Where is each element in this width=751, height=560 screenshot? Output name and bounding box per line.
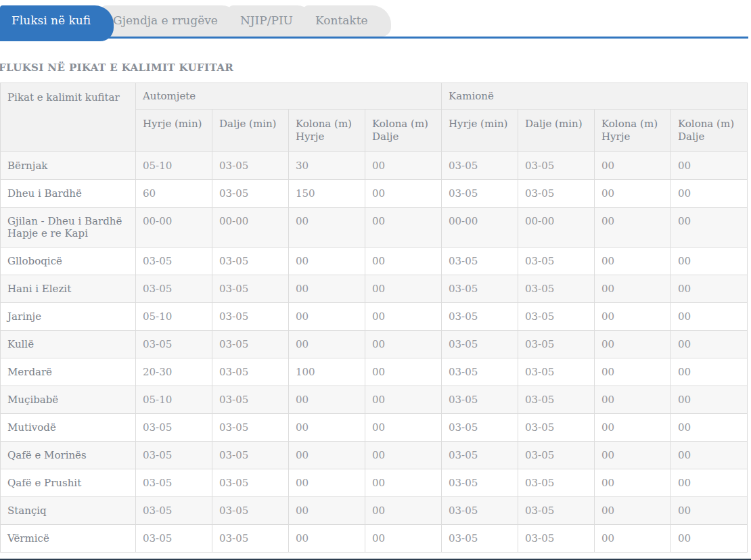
value-cell: 03-05 <box>212 152 289 180</box>
group-header-automjete: Automjete <box>136 83 442 110</box>
value-cell: 03-05 <box>442 303 518 331</box>
crossing-point-name: Muçibabë <box>1 386 136 414</box>
table-row: Muçibabë05-1003-05000003-0503-050000 <box>1 386 748 414</box>
value-cell: 03-05 <box>518 469 595 497</box>
value-cell: 03-05 <box>212 303 289 331</box>
value-cell: 00 <box>365 442 442 469</box>
value-cell: 03-05 <box>136 469 212 497</box>
table-row: Stançiq03-0503-05000003-0503-050000 <box>1 497 748 525</box>
value-cell: 03-05 <box>136 248 212 275</box>
value-cell: 00 <box>289 331 365 358</box>
value-cell: 03-05 <box>442 152 518 180</box>
value-cell: 00 <box>671 497 748 525</box>
value-cell: 03-05 <box>442 497 518 525</box>
table-body: Bërnjak05-1003-05300003-0503-050000Dheu … <box>1 152 748 553</box>
crossing-point-name: Jarinje <box>1 303 136 331</box>
value-cell: 00 <box>595 303 671 331</box>
value-cell: 100 <box>289 358 365 386</box>
value-cell: 03-05 <box>136 497 212 525</box>
value-cell: 00 <box>595 152 671 180</box>
value-cell: 00 <box>365 303 442 331</box>
value-cell: 00 <box>671 275 748 303</box>
value-cell: 03-05 <box>136 331 212 358</box>
value-cell: 05-10 <box>136 303 212 331</box>
value-cell: 00 <box>595 358 671 386</box>
value-cell: 00 <box>671 180 748 208</box>
value-cell: 00 <box>671 358 748 386</box>
value-cell: 00-00 <box>442 208 518 248</box>
value-cell: 60 <box>136 180 212 208</box>
value-cell: 00 <box>289 469 365 497</box>
value-cell: 00 <box>671 331 748 358</box>
value-cell: 03-05 <box>442 275 518 303</box>
value-cell: 03-05 <box>518 152 595 180</box>
value-cell: 03-05 <box>518 442 595 469</box>
tab-fluksi-ne-kufi[interactable]: Fluksi në kufi <box>0 5 114 41</box>
value-cell: 00 <box>671 525 748 553</box>
value-cell: 03-05 <box>442 358 518 386</box>
table-row: Mutivodë03-0503-05000003-0503-050000 <box>1 414 748 442</box>
value-cell: 00 <box>289 303 365 331</box>
group-header-kamione: Kamionë <box>442 83 748 110</box>
value-cell: 03-05 <box>136 275 212 303</box>
crossing-point-name: Vërmicë <box>1 525 136 553</box>
value-cell: 00-00 <box>136 208 212 248</box>
crossing-point-name: Dheu i Bardhë <box>1 180 136 208</box>
value-cell: 03-05 <box>136 442 212 469</box>
value-cell: 00 <box>365 469 442 497</box>
crossing-point-name: Qafë e Morinës <box>1 442 136 469</box>
tab-njip-piu[interactable]: NJIP/PIU <box>229 5 316 37</box>
value-cell: 00 <box>595 180 671 208</box>
value-cell: 03-05 <box>518 414 595 442</box>
page-title: FLUKSI NË PIKAT E KALIMIT KUFITAR <box>0 62 751 74</box>
value-cell: 03-05 <box>518 180 595 208</box>
corner-header: Pikat e kalimit kufitar <box>1 83 136 152</box>
value-cell: 00 <box>595 442 671 469</box>
value-cell: 00 <box>365 358 442 386</box>
table-row: Gjilan - Dheu i Bardhë Hapje e re Kapi00… <box>1 208 748 248</box>
value-cell: 00 <box>595 331 671 358</box>
value-cell: 00 <box>671 152 748 180</box>
value-cell: 03-05 <box>212 275 289 303</box>
value-cell: 00 <box>289 248 365 275</box>
crossing-point-name: Kullë <box>1 331 136 358</box>
value-cell: 03-05 <box>442 414 518 442</box>
value-cell: 03-05 <box>518 358 595 386</box>
table-row: Qafë e Morinës03-0503-05000003-0503-0500… <box>1 442 748 469</box>
value-cell: 150 <box>289 180 365 208</box>
value-cell: 00 <box>289 442 365 469</box>
subheader-automjete-kolona-hyrje: Kolona (m) Hyrje <box>289 110 365 152</box>
value-cell: 03-05 <box>518 303 595 331</box>
crossing-point-name: Mutivodë <box>1 414 136 442</box>
table-row: Vërmicë03-0503-05000003-0503-050000 <box>1 525 748 553</box>
value-cell: 00 <box>671 303 748 331</box>
value-cell: 03-05 <box>442 248 518 275</box>
value-cell: 03-05 <box>212 358 289 386</box>
tab-kontakte[interactable]: Kontakte <box>304 5 391 37</box>
tab-bar: Fluksi në kufi Gjendja e rrugëve NJIP/PI… <box>0 0 748 41</box>
value-cell: 00 <box>365 275 442 303</box>
value-cell: 03-05 <box>518 525 595 553</box>
value-cell: 00 <box>365 414 442 442</box>
crossing-point-name: Glloboqicë <box>1 248 136 275</box>
crossing-point-name: Gjilan - Dheu i Bardhë Hapje e re Kapi <box>1 208 136 248</box>
value-cell: 03-05 <box>518 275 595 303</box>
value-cell: 03-05 <box>442 469 518 497</box>
value-cell: 00 <box>595 414 671 442</box>
table-row: Dheu i Bardhë6003-051500003-0503-050000 <box>1 180 748 208</box>
value-cell: 00 <box>365 180 442 208</box>
value-cell: 00 <box>289 525 365 553</box>
value-cell: 03-05 <box>136 414 212 442</box>
value-cell: 00 <box>365 497 442 525</box>
value-cell: 03-05 <box>212 386 289 414</box>
subheader-kamione-hyrje: Hyrje (min) <box>442 110 518 152</box>
tab-gjendja-e-rrugeve[interactable]: Gjendja e rrugëve <box>101 5 241 37</box>
value-cell: 00-00 <box>518 208 595 248</box>
value-cell: 00 <box>365 525 442 553</box>
table-row: Hani i Elezit03-0503-05000003-0503-05000… <box>1 275 748 303</box>
value-cell: 00 <box>671 469 748 497</box>
value-cell: 03-05 <box>212 414 289 442</box>
value-cell: 03-05 <box>442 386 518 414</box>
crossing-point-name: Stançiq <box>1 497 136 525</box>
value-cell: 00 <box>365 331 442 358</box>
